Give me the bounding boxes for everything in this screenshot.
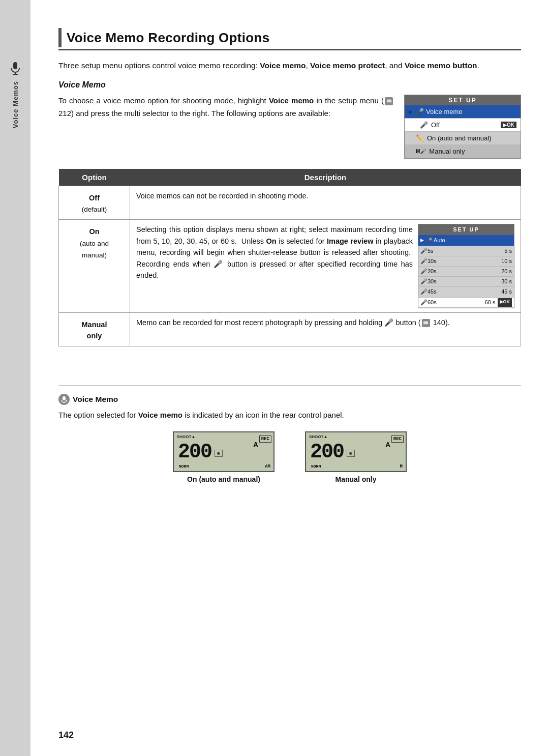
table-row-off: Off (default) Voice memos can not be rec… (59, 186, 521, 219)
lcd-card-icon-manual: ▣ (347, 450, 355, 457)
lcd-am-label: AM (265, 464, 270, 469)
page-number: 142 (30, 730, 74, 741)
cs2-mic-10s: 🎤10s (420, 257, 437, 266)
options-table: Option Description Off (default) Voice m… (58, 169, 521, 346)
opt-on-label: On (auto andmanual) (59, 220, 130, 312)
page-ref: 212 (58, 109, 71, 118)
cs2-30s-row: 🎤30s 30 s (418, 277, 514, 287)
setup-menu-1-header: SET UP (405, 95, 521, 105)
page-title: Voice Memo Recording Options (67, 30, 269, 46)
title-bar: Voice Memo Recording Options (58, 28, 521, 50)
lcd-rec-label-auto: REC (259, 435, 271, 443)
mic-icon-manual: 🎤 (384, 318, 393, 327)
sidebar: Voice Memos (0, 0, 30, 756)
cs2-45s-val: 45 s (501, 287, 512, 296)
opt-off-label: Off (default) (59, 186, 130, 219)
note-heading: Voice Memo (58, 394, 521, 405)
manual-description: Memo can be recorded for most recent pho… (130, 312, 521, 346)
cs2-ok-badge: ▶OK (498, 298, 512, 307)
setup-menu-2-title-row: ▶ 🎤 Auto (418, 235, 514, 246)
cs2-10s-row: 🎤10s 10 s (418, 256, 514, 267)
setup-menu-1-row-off: 🎤 Off ▶OK (405, 119, 521, 132)
intro-mid2: , and (385, 61, 405, 70)
lcd-a-manual: A (385, 441, 390, 449)
table-header-row: Option Description (59, 169, 521, 186)
lcd-number-manual: 200 (310, 441, 344, 463)
lcd-number-auto: 200 (178, 441, 211, 463)
lcd-rec-label-manual: REC (391, 435, 404, 443)
opt-manual-label: Manualonly (59, 312, 130, 346)
lcd-a-auto: A (253, 441, 258, 449)
page-ref-icon: 📖 (384, 96, 394, 105)
lcd-shoot-label-auto: SHOOT▲ (177, 434, 195, 439)
pencil-icon: ✏️ (416, 134, 424, 142)
off-description: Voice memos can not be recorded in shoot… (130, 186, 521, 219)
note-body-after: is indicated by an icon in the rear cont… (182, 411, 344, 419)
page-ref-icon-symbol: 📖 (385, 97, 393, 105)
off-bold: Off (89, 194, 100, 202)
intro-bold3: Voice memo button (405, 61, 477, 70)
intro-mid: , (306, 61, 310, 70)
setup-menu-1: SET UP ▶ 🎤 Voice memo 🎤 Off ▶OK ✏️ On (a… (404, 95, 521, 159)
note-heading-label: Voice Memo (73, 395, 118, 404)
auto-label: On (auto and manual) (427, 134, 491, 142)
manual-bold: Manualonly (82, 321, 107, 340)
cs2-mic-30s: 🎤30s (420, 277, 437, 286)
note-body-before: The option selected for (58, 411, 138, 419)
cs2-arrow: ▶ (420, 237, 424, 244)
lcd-rec-box-auto: REC (259, 435, 271, 443)
cs2-20s-row: 🎤20s 20 s (418, 267, 514, 277)
cs2-45s-row: 🎤45s 45 s (418, 287, 514, 297)
cs2-60s-row: 🎤60s 60 s ▶OK (418, 298, 514, 308)
on-description-cell: Selecting this option displays menu show… (130, 220, 521, 312)
cs2-20s-val: 20 s (501, 267, 512, 276)
off-label: Off (431, 121, 440, 129)
note-body-bold: Voice memo (138, 411, 182, 419)
sidebar-label: Voice Memos (12, 81, 19, 128)
intro-bold2: Voice memo protect (310, 61, 385, 70)
main-content: Voice Memo Recording Options Three setup… (30, 0, 549, 756)
cs2-30s-val: 30 s (501, 277, 512, 286)
body-after-bold: in the setup menu ( (314, 96, 384, 105)
on-bold: On (89, 227, 99, 236)
setup-menu-2-header: SET UP (418, 224, 514, 235)
lcd-panel-manual: SHOOT▲ ISO 200 NORM A REC M ▣ Manual onl… (305, 431, 407, 483)
lcd-shoot-label-manual: SHOOT▲ (309, 434, 327, 439)
lcd-rec-box-manual: REC (391, 435, 404, 443)
setup-menu-1-row-auto: ✏️ On (auto and manual) (405, 132, 521, 145)
cs2-mic-5s: 🎤5s (420, 247, 434, 255)
manual-icon: M🎤 (416, 149, 426, 154)
cs2-5s-val: 5 s (504, 247, 512, 255)
body-bold: Voice memo (269, 96, 314, 105)
col-option-header: Option (59, 169, 130, 186)
lcd-top-row-auto: SHOOT▲ ISO (177, 434, 270, 439)
lcd-display-manual: SHOOT▲ ISO 200 NORM A REC M ▣ (305, 431, 407, 472)
sidebar-mic-icon (8, 61, 22, 77)
divider (58, 385, 521, 386)
manual-label: Manual only (429, 148, 465, 155)
cs2-5s-row: 🎤5s 5 s (418, 246, 514, 256)
section-heading: Voice Memo (58, 80, 521, 90)
on-desc-text: Selecting this option displays menu show… (136, 224, 413, 308)
lcd-norm-auto: NORM (179, 464, 189, 469)
manual-ref-icon: 📖 (422, 319, 430, 327)
lcd-panel-auto: SHOOT▲ ISO 200 NORM A REC AM ▣ On (auto … (173, 431, 274, 483)
svg-rect-3 (63, 396, 66, 400)
lcd-card-icon-auto: ▣ (215, 450, 223, 457)
col-desc-header: Description (130, 169, 521, 186)
off-sub: (default) (82, 206, 107, 213)
image-review-bold: Image review (327, 237, 374, 245)
on-sub: (auto andmanual) (80, 240, 109, 259)
note-text: The option selected for Voice memo is in… (58, 409, 521, 421)
body-end: ) and press the multi selector to the ri… (71, 109, 330, 118)
page-ref-icon-manual: 📖 (421, 318, 431, 327)
voice-memo-intro-section: To choose a voice memo option for shooti… (58, 95, 521, 159)
voice-memo-body: To choose a voice memo option for shooti… (58, 95, 394, 159)
svg-rect-0 (13, 62, 17, 69)
on-bold-inline: On (266, 237, 277, 245)
setup-menu-2: SET UP ▶ 🎤 Auto 🎤5s 5 s 🎤 (418, 224, 514, 308)
cs2-mic-45s: 🎤45s (420, 287, 437, 296)
ok-badge: ▶OK (501, 122, 516, 128)
intro-paragraph: Three setup menu options control voice m… (58, 60, 521, 72)
body-before-bold: To choose a voice memo option for shooti… (58, 96, 269, 105)
